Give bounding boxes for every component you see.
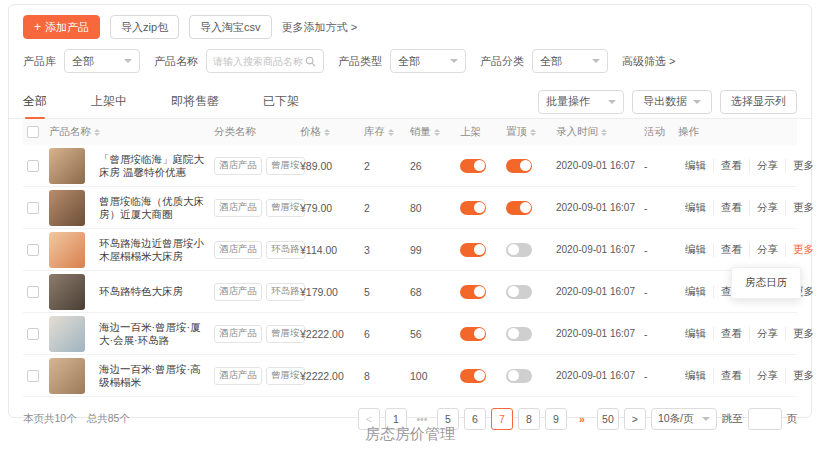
search-icon[interactable] <box>305 56 316 67</box>
product-name-input[interactable] <box>213 56 305 67</box>
pinned-toggle[interactable] <box>506 243 532 257</box>
tab-0[interactable]: 全部 <box>23 85 47 118</box>
entry-time-cell: 2020-09-01 16:07 <box>556 160 644 171</box>
product-name[interactable]: 环岛路海边近曾厝垵小木屋榻榻米大床房 <box>99 237 214 263</box>
product-name[interactable]: 海边一百米·曾厝垵·高级榻榻米 <box>99 363 214 389</box>
category-tags: 酒店产品曾厝垵 <box>214 157 300 175</box>
import-taobao-csv-button[interactable]: 导入淘宝csv <box>189 15 272 39</box>
row-action-分享[interactable]: 分享 <box>749 159 785 173</box>
row-action-分享[interactable]: 分享 <box>749 369 785 383</box>
row-action-查看[interactable]: 查看 <box>713 243 749 257</box>
row-action-分享[interactable]: 分享 <box>749 243 785 257</box>
select-all-checkbox[interactable] <box>27 126 39 138</box>
pinned-toggle[interactable] <box>506 201 532 215</box>
column-header[interactable]: 价格 <box>300 125 364 139</box>
tab-3[interactable]: 已下架 <box>263 85 299 118</box>
product-name[interactable]: 曾厝垵临海（优质大床房）近厦大商圈 <box>99 195 214 221</box>
product-name[interactable]: 「曾厝垵临海」庭院大床房 温馨特价优惠 <box>99 153 214 179</box>
category-tag: 酒店产品 <box>214 157 262 175</box>
pinned-toggle[interactable] <box>506 285 532 299</box>
pagination-fast-next[interactable]: » <box>572 413 592 425</box>
activity-cell: - <box>644 244 678 256</box>
sales-cell: 100 <box>410 370 460 382</box>
row-action-编辑[interactable]: 编辑 <box>678 285 713 299</box>
row-action-更多[interactable]: 更多 <box>785 327 820 341</box>
sort-caret-icon[interactable] <box>388 129 394 136</box>
sort-caret-icon[interactable] <box>324 129 330 136</box>
row-action-更多[interactable]: 更多 <box>785 243 820 257</box>
row-action-编辑[interactable]: 编辑 <box>678 369 713 383</box>
name-cell: 曾厝垵临海（优质大床房）近厦大商圈 <box>99 195 214 221</box>
activity-cell: - <box>644 160 678 172</box>
product-category-select[interactable]: 全部 <box>532 49 608 73</box>
product-name[interactable]: 环岛路特色大床房 <box>99 285 191 298</box>
on-shelf-toggle[interactable] <box>460 327 486 341</box>
row-action-查看[interactable]: 查看 <box>713 201 749 215</box>
product-lib-select[interactable]: 全部 <box>64 49 140 73</box>
product-name[interactable]: 海边一百米·曾厝垵·厦大·会展·环岛路 <box>99 321 214 347</box>
sales-cell: 68 <box>410 286 460 298</box>
sort-caret-icon[interactable] <box>530 129 536 136</box>
product-thumbnail <box>49 316 85 352</box>
row-checkbox[interactable] <box>27 160 39 172</box>
row-action-分享[interactable]: 分享 <box>749 201 785 215</box>
row-action-更多[interactable]: 更多 <box>785 201 820 215</box>
on-shelf-cell <box>460 159 506 173</box>
row-checkbox[interactable] <box>27 328 39 340</box>
pinned-toggle[interactable] <box>506 159 532 173</box>
on-shelf-toggle[interactable] <box>460 201 486 215</box>
column-header[interactable]: 销量 <box>410 125 460 139</box>
column-header[interactable]: 库存 <box>364 125 410 139</box>
product-thumbnail <box>49 148 85 184</box>
advanced-filter-link[interactable]: 高级筛选 > <box>622 54 675 69</box>
row-action-查看[interactable]: 查看 <box>713 327 749 341</box>
product-thumbnail <box>49 358 85 394</box>
column-header[interactable]: 置顶 <box>506 125 556 139</box>
table-body: 「曾厝垵临海」庭院大床房 温馨特价优惠 酒店产品曾厝垵 ¥89.00 2 26 … <box>23 145 797 397</box>
on-shelf-toggle[interactable] <box>460 369 486 383</box>
on-shelf-toggle[interactable] <box>460 243 486 257</box>
column-header[interactable]: 产品名称 <box>49 125 214 139</box>
row-action-编辑[interactable]: 编辑 <box>678 327 713 341</box>
row-action-查看[interactable]: 查看 <box>713 369 749 383</box>
pinned-toggle[interactable] <box>506 327 532 341</box>
sort-caret-icon[interactable] <box>601 129 607 136</box>
pagination-ellipsis[interactable]: ••• <box>412 413 432 425</box>
row-checkbox[interactable] <box>27 244 39 256</box>
import-zip-button[interactable]: 导入zip包 <box>110 15 179 39</box>
category-tag: 环岛路 <box>266 283 305 301</box>
row-checkbox[interactable] <box>27 370 39 382</box>
choose-columns-button[interactable]: 选择显示列 <box>720 90 797 114</box>
chevron-down-icon <box>450 59 458 63</box>
on-shelf-toggle[interactable] <box>460 159 486 173</box>
more-add-methods-link[interactable]: 更多添加方式 > <box>282 20 357 35</box>
column-header[interactable]: 录入时间 <box>556 125 644 139</box>
batch-actions-select[interactable]: 批量操作 <box>538 90 624 114</box>
add-product-button[interactable]: + 添加产品 <box>23 15 100 39</box>
row-checkbox[interactable] <box>27 286 39 298</box>
row-actions: 编辑查看分享更多 <box>678 327 797 341</box>
sort-caret-icon[interactable] <box>94 129 100 136</box>
row-action-编辑[interactable]: 编辑 <box>678 243 713 257</box>
pinned-toggle[interactable] <box>506 369 532 383</box>
pinned-cell <box>506 327 556 341</box>
row-action-更多[interactable]: 更多 <box>785 369 820 383</box>
row-checkbox-cell <box>23 244 49 256</box>
row-action-更多[interactable]: 更多 <box>785 159 820 173</box>
sort-caret-icon[interactable] <box>434 129 440 136</box>
on-shelf-toggle[interactable] <box>460 285 486 299</box>
tab-2[interactable]: 即将售罄 <box>171 85 219 118</box>
export-data-button[interactable]: 导出数据 <box>632 90 712 114</box>
column-header-label: 销量 <box>410 125 431 139</box>
product-type-select[interactable]: 全部 <box>390 49 466 73</box>
category-tag: 酒店产品 <box>214 283 262 301</box>
price-cell: ¥89.00 <box>300 160 364 172</box>
tab-1[interactable]: 上架中 <box>91 85 127 118</box>
row-action-分享[interactable]: 分享 <box>749 327 785 341</box>
row-action-编辑[interactable]: 编辑 <box>678 201 713 215</box>
row-checkbox[interactable] <box>27 202 39 214</box>
row-action-查看[interactable]: 查看 <box>713 159 749 173</box>
room-calendar-popup[interactable]: 房态日历 <box>731 267 801 299</box>
row-action-编辑[interactable]: 编辑 <box>678 159 713 173</box>
category-tag: 酒店产品 <box>214 325 262 343</box>
